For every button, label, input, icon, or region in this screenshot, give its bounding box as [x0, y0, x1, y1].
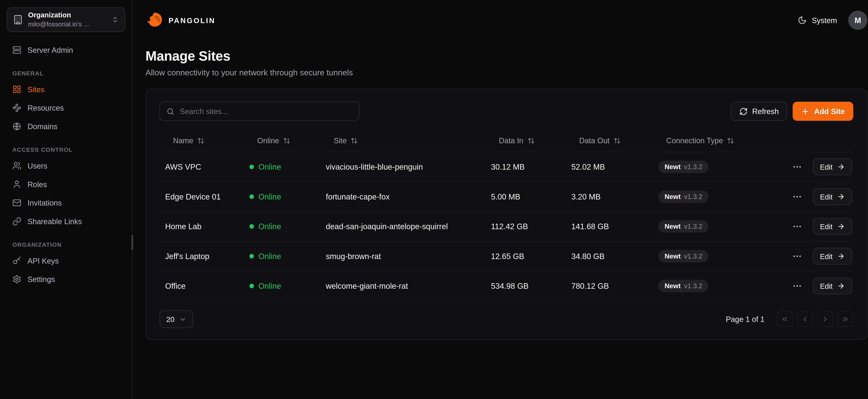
table-row[interactable]: AWS VPC Online vivacious-little-blue-pen…: [159, 152, 853, 182]
sites-card: Refresh Add Site Name Online: [146, 89, 867, 340]
column-header-name[interactable]: Name: [159, 136, 244, 145]
page-size-select[interactable]: 20: [159, 310, 193, 328]
last-page-button[interactable]: [838, 311, 854, 327]
sidebar-item-label: Roles: [28, 180, 47, 189]
globe-icon: [12, 122, 21, 131]
cell-connection-type: Newtv1.3.2: [653, 161, 769, 173]
row-more-button[interactable]: [789, 159, 804, 174]
sidebar-item-server-admin[interactable]: Server Admin: [7, 41, 125, 59]
sidebar-item-domains[interactable]: Domains: [7, 117, 125, 135]
sidebar-item-roles[interactable]: Roles: [7, 175, 125, 193]
sidebar-item-users[interactable]: Users: [7, 157, 125, 175]
table-row[interactable]: Home Lab Online dead-san-joaquin-antelop…: [159, 212, 853, 242]
topbar: PANGOLIN System M: [146, 0, 867, 40]
sidebar-item-label: Server Admin: [28, 46, 73, 54]
arrow-right-icon: [837, 282, 845, 290]
next-page-button[interactable]: [817, 311, 833, 327]
cell-connection-type: Newtv1.3.2: [653, 220, 769, 233]
cell-data-in: 534.98 GB: [485, 281, 566, 290]
cell-data-out: 52.02 MB: [566, 162, 653, 172]
edit-button[interactable]: Edit: [813, 188, 852, 205]
search-input[interactable]: [180, 107, 353, 116]
cell-data-in: 30.12 MB: [485, 162, 566, 172]
cell-site: vivacious-little-blue-penguin: [320, 162, 485, 172]
brand-name: PANGOLIN: [168, 16, 216, 25]
org-selector-title: Organization: [28, 11, 106, 20]
column-header-connection-type[interactable]: Connection Type: [653, 136, 769, 145]
sidebar-item-label: Resources: [28, 104, 64, 112]
row-more-button[interactable]: [789, 279, 804, 293]
previous-page-button[interactable]: [797, 311, 813, 327]
chevrons-up-down-icon: [111, 16, 119, 24]
cell-online: Online: [244, 281, 320, 290]
edit-button[interactable]: Edit: [813, 158, 852, 175]
sidebar-item-label: Sites: [28, 85, 44, 94]
cell-name: Jeff's Laptop: [159, 252, 244, 261]
cell-data-out: 780.12 GB: [566, 281, 653, 290]
sidebar-item-settings[interactable]: Settings: [7, 270, 125, 288]
first-page-button[interactable]: [777, 311, 793, 327]
pangolin-logo-icon: [146, 11, 163, 29]
ellipsis-icon: [792, 251, 802, 261]
cell-connection-type: Newtv1.3.2: [653, 190, 769, 203]
sidebar-section-access-control: ACCESS CONTROL: [12, 146, 120, 153]
cell-actions: Edit: [769, 278, 854, 295]
sidebar-item-sites[interactable]: Sites: [7, 81, 125, 98]
edit-button[interactable]: Edit: [813, 218, 852, 235]
add-site-button[interactable]: Add Site: [793, 102, 854, 121]
sidebar-item-resources[interactable]: Resources: [7, 99, 125, 117]
column-header-data-out[interactable]: Data Out: [566, 136, 653, 145]
mail-icon: [12, 198, 21, 207]
cell-connection-type: Newtv1.3.2: [653, 250, 769, 263]
sidebar-scrollbar-thumb[interactable]: [131, 235, 133, 250]
sites-grid-icon: [12, 85, 21, 94]
cell-data-in: 112.42 GB: [485, 222, 566, 231]
table-row[interactable]: Edge Device 01 Online fortunate-cape-fox…: [159, 182, 853, 212]
brand[interactable]: PANGOLIN: [146, 11, 215, 29]
sidebar-item-api-keys[interactable]: API Keys: [7, 252, 125, 270]
cell-site: welcome-giant-mole-rat: [320, 281, 485, 290]
sidebar-item-invitations[interactable]: Invitations: [7, 194, 125, 212]
org-selector[interactable]: Organization milo@fossorial.io's ...: [7, 7, 125, 32]
sort-icon: [727, 137, 734, 145]
column-header-online[interactable]: Online: [244, 136, 320, 145]
sidebar-item-shareable-links[interactable]: Shareable Links: [7, 212, 125, 231]
sites-toolbar: Refresh Add Site: [159, 102, 853, 121]
refresh-icon: [739, 107, 748, 116]
ellipsis-icon: [792, 191, 802, 202]
cell-name: Home Lab: [159, 222, 244, 231]
cell-site: smug-brown-rat: [320, 252, 485, 261]
online-status-label: Online: [258, 192, 281, 201]
org-selector-text: Organization milo@fossorial.io's ...: [28, 11, 106, 28]
edit-button[interactable]: Edit: [813, 248, 852, 265]
sort-icon: [614, 137, 621, 145]
chevrons-left-icon: [781, 315, 789, 323]
column-header-data-in[interactable]: Data In: [485, 136, 566, 145]
avatar[interactable]: M: [848, 10, 867, 30]
row-more-button[interactable]: [789, 219, 804, 234]
sidebar-section-organization: ORGANIZATION: [12, 241, 120, 248]
cell-site: dead-san-joaquin-antelope-squirrel: [320, 222, 485, 231]
sort-icon: [351, 137, 358, 145]
cell-actions: Edit: [769, 188, 854, 205]
table-row[interactable]: Office Online welcome-giant-mole-rat 534…: [159, 271, 853, 301]
moon-icon: [798, 16, 807, 25]
cell-data-out: 34.80 GB: [566, 252, 653, 261]
users-icon: [12, 161, 21, 170]
page-size-value: 20: [166, 315, 175, 324]
edit-button[interactable]: Edit: [813, 278, 852, 295]
connection-type-badge: Newtv1.3.2: [658, 280, 709, 292]
online-status-dot: [249, 254, 254, 258]
sidebar-item-label: Settings: [28, 275, 55, 283]
add-site-label: Add Site: [814, 107, 845, 116]
sidebar: Organization milo@fossorial.io's ... Ser…: [0, 0, 133, 399]
user-icon: [12, 180, 21, 189]
column-header-site[interactable]: Site: [320, 136, 485, 145]
row-more-button[interactable]: [789, 249, 804, 264]
sidebar-nav: Server Admin GENERAL Sites Resources Dom…: [7, 41, 125, 288]
theme-toggle[interactable]: System: [798, 16, 837, 25]
sort-icon: [527, 137, 534, 145]
row-more-button[interactable]: [789, 189, 804, 204]
refresh-button[interactable]: Refresh: [731, 102, 787, 121]
table-row[interactable]: Jeff's Laptop Online smug-brown-rat 12.6…: [159, 242, 853, 271]
